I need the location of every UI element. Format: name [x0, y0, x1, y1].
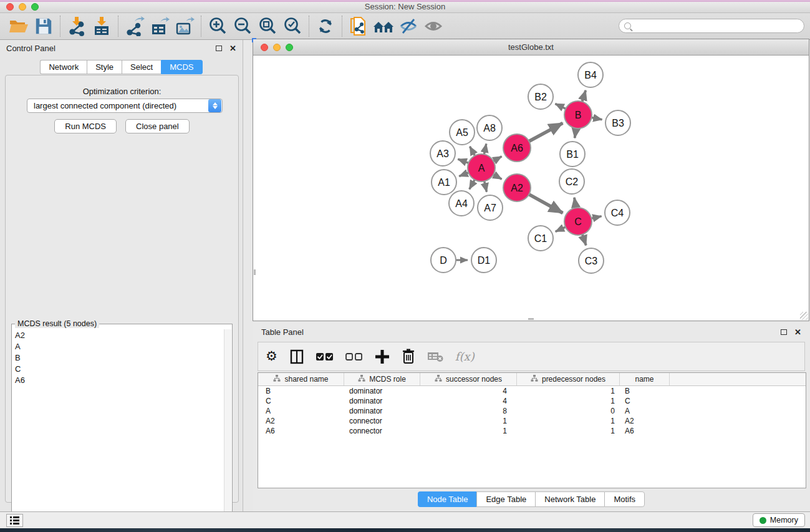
graph-node-A4[interactable]: A4 [449, 191, 474, 216]
network-window-titlebar[interactable]: testGlobe.txt [253, 39, 809, 56]
edge-B-B2[interactable] [555, 104, 567, 109]
network-graph-canvas[interactable]: AA1A3A5A8A4A7A6A2BB2B4B3B1CC2C4C1C3DD1 [253, 56, 809, 321]
cell-name[interactable]: C [620, 397, 670, 405]
graph-node-A3[interactable]: A3 [430, 141, 455, 166]
result-item[interactable]: A6 [12, 374, 223, 385]
table-row[interactable]: Adominator80A [258, 406, 806, 416]
result-item[interactable]: B [12, 352, 223, 363]
result-scrollbar[interactable] [224, 329, 231, 532]
graph-node-A7[interactable]: A7 [478, 195, 503, 220]
export-network-button[interactable] [122, 14, 147, 38]
cell-successor-nodes[interactable]: 1 [420, 417, 517, 425]
vertical-scroll-thumb[interactable] [254, 269, 256, 275]
table-settings-button[interactable]: ⚙ [266, 350, 277, 363]
graph-node-A1[interactable]: A1 [432, 170, 456, 195]
network-maximize-button[interactable] [286, 44, 293, 51]
cell-shared-name[interactable]: C [258, 397, 344, 405]
cell-successor-nodes[interactable]: 1 [420, 427, 517, 435]
zoom-fit-button[interactable] [255, 14, 280, 38]
edge-A-A3[interactable] [458, 159, 470, 163]
graph-node-A5[interactable]: A5 [450, 120, 475, 145]
node-table[interactable]: shared nameMCDS rolesuccessor nodesprede… [258, 372, 806, 488]
cell-name[interactable]: A6 [620, 427, 670, 435]
cell-name[interactable]: A2 [620, 417, 670, 425]
cell-MCDS-role[interactable]: connector [344, 417, 420, 425]
graph-node-D1[interactable]: D1 [471, 248, 496, 273]
tab-motifs[interactable]: Motifs [604, 491, 645, 507]
graph-node-C[interactable]: C [564, 208, 592, 235]
table-row[interactable]: A2connector11A2 [258, 416, 806, 426]
tab-edge-table[interactable]: Edge Table [476, 491, 535, 507]
cell-predecessor-nodes[interactable]: 1 [517, 387, 620, 395]
close-panel-button[interactable]: Close panel [125, 119, 190, 133]
close-window-button[interactable] [6, 3, 14, 11]
edge-A2-C[interactable] [528, 194, 563, 213]
column-header-predecessor-nodes[interactable]: predecessor nodes [517, 373, 620, 385]
function-builder-button[interactable]: f(x) [455, 350, 475, 363]
graph-node-C4[interactable]: C4 [605, 200, 630, 225]
cell-successor-nodes[interactable]: 8 [420, 407, 517, 415]
cell-MCDS-role[interactable]: dominator [344, 387, 420, 395]
cell-shared-name[interactable]: A [258, 407, 344, 415]
column-header-successor-nodes[interactable]: successor nodes [420, 373, 517, 385]
cell-MCDS-role[interactable]: dominator [344, 407, 420, 415]
close-table-panel-icon[interactable]: ✕ [794, 328, 801, 336]
column-header-MCDS-role[interactable]: MCDS role [344, 373, 420, 385]
cell-successor-nodes[interactable]: 4 [420, 397, 517, 405]
close-panel-icon[interactable]: ✕ [229, 44, 236, 52]
edge-A6-B[interactable] [528, 123, 563, 142]
column-header-name[interactable]: name [620, 373, 670, 385]
tab-network-table[interactable]: Network Table [535, 491, 604, 507]
zoom-selected-button[interactable] [280, 14, 305, 38]
search-input[interactable] [631, 19, 804, 32]
graph-node-C2[interactable]: C2 [559, 169, 584, 194]
open-file-button[interactable] [6, 14, 31, 38]
cell-predecessor-nodes[interactable]: 1 [517, 397, 620, 405]
cell-MCDS-role[interactable]: dominator [344, 397, 420, 405]
cell-predecessor-nodes[interactable]: 1 [517, 417, 620, 425]
column-header-shared-name[interactable]: shared name [258, 373, 344, 385]
select-all-button[interactable] [316, 352, 334, 361]
table-row[interactable]: Bdominator41B [258, 386, 806, 396]
cell-predecessor-nodes[interactable]: 1 [517, 427, 620, 435]
tab-select[interactable]: Select [122, 60, 161, 74]
graph-node-B4[interactable]: B4 [578, 62, 603, 87]
refresh-button[interactable] [313, 14, 338, 38]
cell-shared-name[interactable]: B [258, 387, 344, 395]
result-item[interactable]: C [12, 363, 223, 374]
delete-column-button[interactable] [402, 349, 415, 364]
search-box[interactable] [619, 19, 804, 33]
graph-node-A2[interactable]: A2 [503, 174, 531, 201]
clone-network-button[interactable] [346, 14, 371, 38]
tab-node-table[interactable]: Node Table [418, 491, 477, 507]
graph-node-B1[interactable]: B1 [560, 142, 585, 167]
graph-node-C1[interactable]: C1 [528, 226, 553, 251]
result-item[interactable]: A2 [12, 329, 223, 341]
tab-mcds[interactable]: MCDS [161, 60, 202, 74]
criterion-select[interactable]: largest connected component (directed) [27, 99, 223, 113]
graph-node-B3[interactable]: B3 [605, 110, 630, 135]
minimize-window-button[interactable] [19, 3, 26, 11]
graph-node-C3[interactable]: C3 [579, 248, 604, 273]
task-history-button[interactable] [6, 514, 23, 527]
graph-node-B2[interactable]: B2 [528, 84, 553, 109]
export-table-button[interactable] [147, 14, 172, 38]
cell-shared-name[interactable]: A6 [258, 427, 344, 435]
network-close-button[interactable] [261, 44, 268, 51]
edge-C-C3[interactable] [582, 233, 586, 245]
cell-predecessor-nodes[interactable]: 0 [517, 407, 620, 415]
memory-button[interactable]: Memory [753, 513, 805, 527]
graph-node-A8[interactable]: A8 [477, 115, 502, 140]
graph-node-A[interactable]: A [468, 154, 495, 181]
edge-B-B4[interactable] [582, 90, 586, 103]
import-table-button[interactable] [89, 14, 114, 38]
table-row[interactable]: Cdominator41C [258, 396, 806, 406]
delete-table-button[interactable] [427, 351, 443, 362]
import-network-button[interactable] [64, 14, 89, 38]
column-layout-button[interactable] [289, 349, 304, 364]
graph-node-D[interactable]: D [431, 248, 456, 273]
deselect-all-button[interactable] [345, 352, 363, 361]
export-image-button[interactable] [172, 14, 197, 38]
cell-successor-nodes[interactable]: 4 [420, 387, 517, 395]
graph-node-B[interactable]: B [564, 101, 592, 128]
